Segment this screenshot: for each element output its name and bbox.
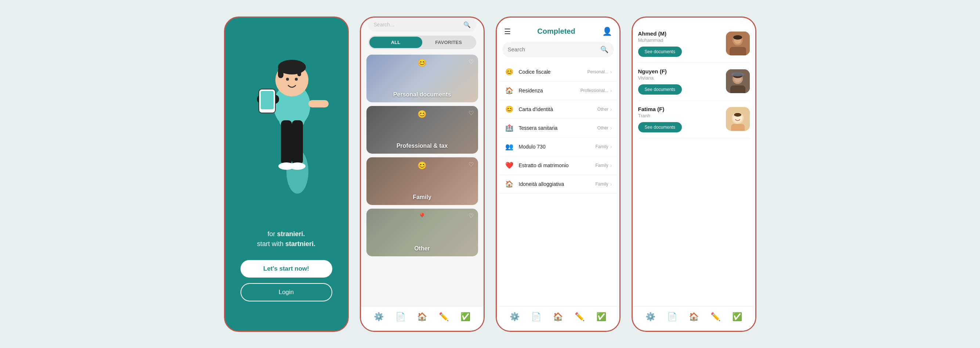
- hamburger-menu-icon[interactable]: ☰: [504, 27, 511, 36]
- doc-name-codice: Codice fiscale: [519, 69, 587, 75]
- nav-docs-icon[interactable]: 📄: [395, 312, 406, 322]
- search-input[interactable]: [508, 46, 597, 52]
- card-label-family: Family: [366, 194, 478, 201]
- card-label-personal: Personal documents: [366, 91, 478, 98]
- people-list: Ahmed (M) Muhammad See documents Nguyen …: [633, 17, 755, 306]
- heart-icon-other[interactable]: ♡: [469, 212, 474, 219]
- avatar-nguyen: [726, 69, 750, 93]
- person-info-nguyen: Nguyen (F) Viviana See documents: [638, 68, 721, 95]
- avatar-img-nguyen: [726, 69, 750, 93]
- profile-icon[interactable]: 👤: [602, 27, 612, 36]
- doc-cat-tessera: Other: [597, 125, 608, 131]
- nav-settings-icon-p[interactable]: ⚙️: [646, 312, 655, 322]
- start-now-button[interactable]: Let's start now!: [240, 260, 332, 278]
- doc-icon-modulo: 👥: [504, 142, 514, 151]
- doc-icon-estratto: ❤️: [504, 161, 514, 169]
- doc-name-tessera: Tessera sanitaria: [519, 125, 597, 131]
- doc-cat-modulo: Family: [595, 144, 608, 149]
- svg-point-17: [290, 163, 305, 170]
- svg-point-32: [731, 73, 744, 76]
- card-family[interactable]: 😊 ♡ Family: [366, 157, 478, 205]
- category-tabs: ALL FAVORITES: [368, 36, 476, 49]
- doc-item-codice-fiscale[interactable]: 😊 Codice fiscale Personal... ›: [499, 63, 617, 81]
- card-other[interactable]: 📍 ♡ Other: [366, 209, 478, 256]
- doc-name-idoneita: Idoneità alloggiativa: [519, 181, 595, 187]
- doc-item-estratto[interactable]: ❤️ Estratto di matrimonio Family ›: [499, 156, 617, 175]
- nav-docs-icon-p[interactable]: 📄: [667, 312, 677, 322]
- card-emoji-personal: 😊: [417, 58, 427, 67]
- bottom-nav-categories: ⚙️ 📄 🏠 ✏️ ✅: [361, 306, 484, 331]
- search-submit-icon[interactable]: 🔍: [600, 46, 608, 54]
- person-subname-fatima: Tranh: [638, 113, 721, 119]
- svg-point-19: [269, 148, 271, 151]
- svg-rect-29: [730, 85, 745, 93]
- see-docs-button-fatima[interactable]: See documents: [638, 122, 682, 132]
- doc-item-carta[interactable]: 😊 Carta d'identità Other ›: [499, 100, 617, 119]
- heart-icon-professional[interactable]: ♡: [469, 110, 474, 117]
- svg-point-9: [295, 78, 298, 81]
- nav-home-icon-p[interactable]: 🏠: [689, 312, 699, 322]
- svg-rect-14: [281, 120, 292, 164]
- card-emoji-professional: 😊: [417, 110, 427, 119]
- doc-name-modulo: Modulo 730: [519, 144, 595, 150]
- chevron-icon-estratto: ›: [610, 163, 612, 168]
- person-name-nguyen: Nguyen (F): [638, 68, 721, 74]
- nav-edit-icon-p[interactable]: ✏️: [711, 312, 721, 322]
- doc-icon-idoneita: 🏠: [504, 180, 514, 188]
- person-subname-nguyen: Viviana: [638, 75, 721, 81]
- category-search-bar[interactable]: Search... 🔍: [368, 17, 476, 32]
- nav-check-icon-c[interactable]: ✅: [596, 312, 606, 322]
- svg-rect-12: [261, 91, 274, 109]
- doc-cat-carta: Other: [597, 107, 608, 112]
- tab-favorites[interactable]: FAVORITES: [422, 37, 475, 48]
- doc-icon-codice: 😊: [504, 68, 514, 76]
- stranieri-label: stranieri.: [277, 230, 305, 237]
- avatar-img-fatima: [726, 107, 750, 131]
- nav-check-icon-p[interactable]: ✅: [732, 312, 742, 322]
- nav-home-icon[interactable]: 🏠: [417, 312, 427, 322]
- start-label: start with: [257, 240, 283, 248]
- chevron-icon-residenza: ›: [610, 88, 612, 93]
- doc-item-residenza[interactable]: 🏠 Residenza Professional... ›: [499, 81, 617, 100]
- login-button[interactable]: Login: [240, 283, 332, 301]
- avatar-fatima: [726, 107, 750, 131]
- category-cards-list: 😊 ♡ Personal documents 😊 ♡ Professional …: [361, 55, 484, 306]
- card-professional[interactable]: 😊 ♡ Professional & tax: [366, 106, 478, 153]
- nav-check-icon[interactable]: ✅: [460, 312, 470, 322]
- svg-point-37: [734, 113, 741, 117]
- doc-icon-carta: 😊: [504, 105, 514, 113]
- doc-cat-codice: Personal...: [587, 69, 608, 74]
- person-item-fatima: Fatima (F) Tranh See documents: [638, 100, 750, 138]
- doc-item-tessera[interactable]: 🏥 Tessera sanitaria Other ›: [499, 119, 617, 138]
- nav-edit-icon[interactable]: ✏️: [439, 312, 449, 322]
- heart-icon-personal[interactable]: ♡: [469, 58, 474, 65]
- nav-settings-icon-c[interactable]: ⚙️: [510, 312, 520, 322]
- doc-item-modulo[interactable]: 👥 Modulo 730 Family ›: [499, 138, 617, 156]
- nav-edit-icon-c[interactable]: ✏️: [574, 312, 585, 322]
- doc-name-residenza: Residenza: [519, 88, 581, 93]
- svg-rect-13: [309, 100, 329, 108]
- search-icon-small: 🔍: [463, 21, 471, 28]
- completed-docs-list: 😊 Codice fiscale Personal... › 🏠 Residen…: [497, 63, 619, 306]
- doc-cat-idoneita: Family: [595, 182, 608, 187]
- screen-welcome: for stranieri. start with startnieri. Le…: [224, 16, 349, 332]
- chevron-icon-carta: ›: [610, 106, 612, 112]
- doc-name-carta: Carta d'identità: [519, 106, 597, 112]
- tab-all[interactable]: ALL: [369, 37, 422, 48]
- nav-docs-icon-c[interactable]: 📄: [531, 312, 541, 322]
- doc-item-idoneita[interactable]: 🏠 Idoneità alloggiativa Family ›: [499, 175, 617, 194]
- doc-cat-residenza: Professional...: [581, 88, 608, 93]
- chevron-icon-tessera: ›: [610, 125, 612, 131]
- nav-settings-icon[interactable]: ⚙️: [374, 312, 384, 322]
- see-docs-button-nguyen[interactable]: See documents: [638, 84, 682, 95]
- nav-home-icon-c[interactable]: 🏠: [553, 312, 563, 322]
- card-label-professional: Professional & tax: [366, 142, 478, 149]
- svg-rect-7: [298, 67, 301, 76]
- card-personal[interactable]: 😊 ♡ Personal documents: [366, 55, 478, 102]
- heart-icon-family[interactable]: ♡: [469, 161, 474, 168]
- screen-categories: Search... 🔍 ALL FAVORITES 😊 ♡ Personal d…: [360, 16, 485, 332]
- screen-completed: ☰ Completed 👤 🔍 😊 Codice fiscale Persona…: [496, 16, 620, 332]
- card-emoji-family: 😊: [417, 161, 427, 170]
- completed-search-bar[interactable]: 🔍: [502, 42, 614, 57]
- see-docs-button-ahmed[interactable]: See documents: [638, 47, 682, 57]
